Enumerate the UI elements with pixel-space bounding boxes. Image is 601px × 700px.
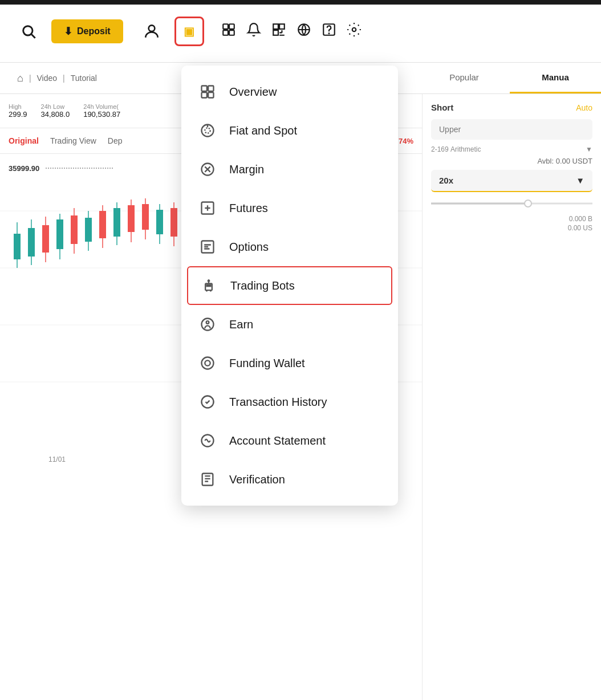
- menu-label-transaction: Transaction History: [229, 396, 327, 409]
- help-icon[interactable]: [322, 22, 336, 40]
- overview-icon: [197, 82, 218, 102]
- margin-icon: [197, 159, 218, 180]
- svg-rect-8: [279, 24, 285, 29]
- grid-icon[interactable]: [221, 22, 236, 40]
- svg-point-2: [148, 25, 155, 31]
- menu-item-options[interactable]: Options: [181, 227, 398, 266]
- tab-original[interactable]: Original: [9, 133, 39, 148]
- menu-item-overview[interactable]: Overview: [181, 72, 398, 111]
- svg-point-88: [206, 321, 209, 324]
- separator2: |: [63, 74, 65, 83]
- tab-dep[interactable]: Dep: [108, 133, 123, 148]
- profile-icon[interactable]: [140, 20, 163, 43]
- svg-rect-3: [223, 24, 228, 29]
- menu-label-earn: Earn: [229, 318, 253, 331]
- account-icon: [197, 430, 218, 451]
- svg-point-90: [205, 360, 210, 365]
- svg-rect-5: [223, 30, 228, 35]
- upper-input[interactable]: [431, 119, 592, 140]
- stat-high: High 299.9: [9, 103, 27, 119]
- menu-label-fiat: Fiat and Spot: [229, 124, 297, 137]
- fiat-icon: [197, 120, 218, 141]
- svg-rect-9: [273, 30, 278, 35]
- video-link[interactable]: Video: [37, 74, 58, 83]
- svg-point-86: [208, 279, 210, 282]
- menu-label-options: Options: [229, 241, 269, 254]
- svg-rect-27: [56, 219, 63, 249]
- leverage-row[interactable]: 20x ▼: [431, 170, 592, 192]
- bell-icon[interactable]: [246, 22, 261, 40]
- svg-rect-35: [113, 208, 120, 237]
- svg-rect-43: [170, 208, 177, 237]
- futures-icon: [197, 198, 218, 218]
- top-strip: [0, 0, 601, 5]
- menu-item-fiat[interactable]: Fiat and Spot: [181, 111, 398, 150]
- deposit-button[interactable]: ⬇ Deposit: [51, 19, 123, 43]
- tab-trading-view[interactable]: Trading View: [50, 133, 96, 148]
- svg-text:11/01: 11/01: [48, 455, 66, 463]
- svg-rect-75: [202, 92, 207, 97]
- balance-row: 0.000 B 0.00 US: [431, 215, 592, 232]
- svg-point-78: [205, 128, 210, 133]
- deposit-label: Deposit: [77, 26, 111, 36]
- menu-item-margin[interactable]: Margin: [181, 150, 398, 189]
- avbl-row: Avbl: 0.00 USDT: [431, 157, 592, 165]
- menu-label-account: Account Statement: [229, 434, 326, 447]
- menu-label-verification: Verification: [229, 473, 285, 486]
- options-icon: [197, 237, 218, 257]
- svg-rect-73: [202, 86, 207, 91]
- stat-low: 24h Low 34,808.0: [41, 103, 70, 119]
- right-tabs: Popular Manua: [419, 63, 601, 94]
- svg-rect-23: [28, 228, 35, 257]
- svg-rect-4: [229, 24, 234, 29]
- svg-rect-76: [208, 92, 213, 97]
- tutorial-link[interactable]: Tutorial: [71, 74, 97, 83]
- scan-icon[interactable]: [271, 22, 286, 40]
- menu-item-verification[interactable]: Verification: [181, 460, 398, 499]
- menu-item-transaction[interactable]: Transaction History: [181, 382, 398, 421]
- wallet-button[interactable]: ▣: [174, 17, 204, 46]
- menu-label-tradingbots: Trading Bots: [230, 279, 295, 292]
- svg-rect-39: [142, 204, 149, 230]
- svg-text:35999.90: 35999.90: [9, 164, 39, 173]
- stat-volume: 24h Volume( 190,530.87: [83, 103, 120, 119]
- menu-item-funding[interactable]: Funding Wallet: [181, 344, 398, 382]
- menu-label-overview: Overview: [229, 86, 277, 99]
- svg-line-1: [31, 34, 35, 38]
- panel-header: Short Auto: [431, 103, 592, 112]
- svg-point-12: [328, 32, 329, 33]
- range-label: 2-169 ▼ Arithmetic: [431, 145, 592, 153]
- svg-rect-31: [85, 218, 92, 242]
- home-icon[interactable]: ⌂: [17, 72, 23, 84]
- dropdown-menu: OverviewFiat and SpotMarginFuturesOption…: [181, 66, 398, 506]
- menu-label-margin: Margin: [229, 163, 264, 176]
- settings-icon[interactable]: [347, 22, 362, 40]
- svg-rect-84: [207, 285, 208, 286]
- menu-item-account[interactable]: Account Statement: [181, 421, 398, 460]
- svg-point-13: [352, 27, 356, 31]
- svg-rect-6: [229, 30, 234, 35]
- svg-rect-33: [99, 211, 106, 238]
- tab-manual[interactable]: Manua: [510, 63, 601, 93]
- menu-item-earn[interactable]: Earn: [181, 305, 398, 344]
- header-icons: [221, 22, 362, 40]
- leverage-slider[interactable]: [431, 198, 592, 209]
- tab-popular[interactable]: Popular: [419, 63, 510, 93]
- funding-icon: [197, 353, 218, 373]
- search-icon[interactable]: [17, 20, 40, 43]
- transaction-icon: [197, 392, 218, 412]
- verification-icon: [197, 469, 218, 490]
- svg-rect-29: [71, 215, 78, 244]
- menu-label-funding: Funding Wallet: [229, 357, 305, 370]
- svg-rect-7: [273, 24, 278, 29]
- svg-rect-37: [128, 205, 135, 232]
- deposit-icon: ⬇: [64, 25, 72, 38]
- svg-point-92: [202, 396, 214, 408]
- menu-item-futures[interactable]: Futures: [181, 189, 398, 227]
- auto-label[interactable]: Auto: [576, 103, 592, 112]
- globe-icon[interactable]: [297, 22, 311, 40]
- svg-rect-85: [209, 285, 210, 286]
- menu-label-futures: Futures: [229, 202, 268, 215]
- svg-rect-25: [42, 225, 49, 253]
- menu-item-tradingbots[interactable]: Trading Bots: [187, 266, 392, 305]
